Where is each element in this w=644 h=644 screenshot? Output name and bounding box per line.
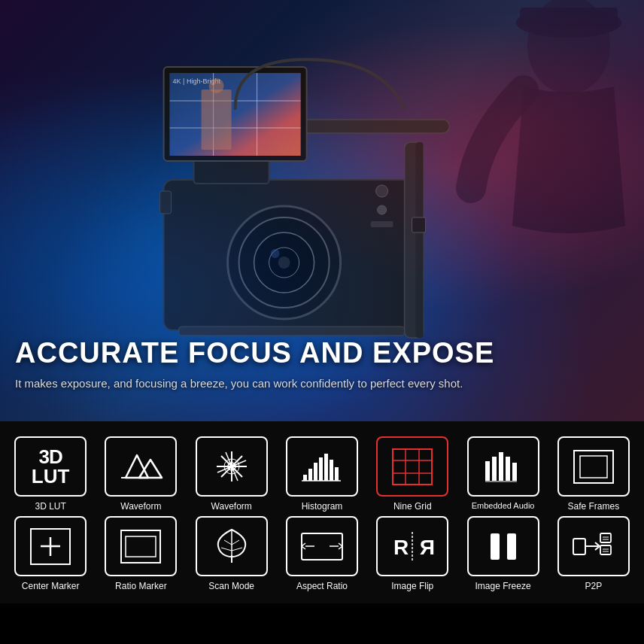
feature-item-nine-grid: Nine Grid xyxy=(369,436,455,512)
icon-box-nine-grid xyxy=(376,436,448,497)
icon-box-center-marker xyxy=(14,516,87,576)
feature-item-p2p: P2P xyxy=(551,516,636,591)
p2p-icon xyxy=(571,526,616,567)
feature-label-p2p: P2P xyxy=(585,581,603,591)
svg-line-72 xyxy=(221,548,232,551)
feature-item-center-marker: Center Marker xyxy=(8,516,93,591)
feature-label-3dlut: 3D LUT xyxy=(35,501,65,512)
feature-item-ratio-marker: Ratio Marker xyxy=(98,516,184,591)
feature-item-scan-mode: Scan Mode xyxy=(189,516,275,591)
svg-rect-47 xyxy=(330,460,333,481)
svg-marker-32 xyxy=(139,460,162,478)
icon-box-3dlut: 3D LUT xyxy=(14,436,87,497)
svg-point-26 xyxy=(378,205,387,214)
feature-label-scan-mode: Scan Mode xyxy=(208,581,254,591)
ratio-marker-icon xyxy=(118,526,163,567)
svg-rect-43 xyxy=(308,469,312,481)
feature-item-aspect-ratio: Aspect Ratio xyxy=(279,516,365,591)
svg-rect-55 xyxy=(485,461,490,481)
svg-rect-42 xyxy=(303,475,307,481)
svg-rect-48 xyxy=(335,467,339,481)
svg-line-73 xyxy=(232,548,242,551)
svg-rect-44 xyxy=(314,463,317,481)
feature-item-histogram: Histogram xyxy=(279,436,365,512)
icon-box-ratio-marker xyxy=(105,516,177,576)
feature-item-waveform1: Waveform xyxy=(98,436,184,512)
svg-rect-58 xyxy=(506,457,510,481)
svg-rect-84 xyxy=(600,533,611,542)
feature-item-image-freeze: Image Freeze xyxy=(460,516,545,591)
svg-rect-20 xyxy=(202,90,232,150)
waveform2-icon xyxy=(209,446,254,488)
svg-rect-62 xyxy=(580,456,607,478)
feature-item-3dlut: 3D LUT 3D LUT xyxy=(8,436,93,512)
subtext: It makes exposure, and focusing a breeze… xyxy=(15,375,466,391)
scan-mode-icon xyxy=(209,526,254,567)
icon-box-scan-mode xyxy=(196,516,268,576)
svg-rect-66 xyxy=(121,530,160,563)
svg-point-25 xyxy=(376,185,388,197)
icon-box-aspect-ratio xyxy=(286,516,358,576)
feature-item-waveform2: Waveform xyxy=(189,436,275,512)
aspect-ratio-icon xyxy=(299,526,345,567)
icon-box-image-freeze xyxy=(467,516,539,576)
svg-rect-57 xyxy=(499,452,503,481)
feature-label-aspect-ratio: Aspect Ratio xyxy=(296,581,348,591)
svg-rect-27 xyxy=(371,221,393,227)
svg-point-21 xyxy=(209,78,224,93)
icon-box-audio xyxy=(467,436,539,497)
feature-label-nine-grid: Nine Grid xyxy=(393,501,432,512)
center-marker-icon xyxy=(28,526,73,567)
svg-rect-24 xyxy=(179,327,405,336)
feature-label-waveform2: Waveform xyxy=(211,501,252,512)
svg-line-70 xyxy=(224,540,232,545)
feature-label-image-flip: Image Flip xyxy=(391,581,433,591)
image-flip-icon: R R xyxy=(390,526,435,567)
svg-rect-50 xyxy=(393,449,432,485)
nine-grid-icon xyxy=(390,446,435,488)
features-section: 3D LUT 3D LUT Waveform xyxy=(0,421,644,603)
feature-label-histogram: Histogram xyxy=(302,501,343,512)
icon-box-waveform2 xyxy=(196,436,268,497)
svg-rect-46 xyxy=(324,454,328,481)
person-silhouette xyxy=(418,0,629,361)
svg-text:R: R xyxy=(420,536,435,559)
svg-point-6 xyxy=(278,257,290,269)
feature-label-ratio-marker: Ratio Marker xyxy=(115,581,167,591)
svg-rect-45 xyxy=(319,457,323,481)
feature-label-image-freeze: Image Freeze xyxy=(475,581,531,591)
svg-rect-30 xyxy=(520,8,618,26)
svg-rect-81 xyxy=(507,533,516,560)
svg-rect-22 xyxy=(160,191,172,214)
svg-rect-60 xyxy=(485,481,517,482)
icon-box-p2p xyxy=(557,516,630,576)
svg-point-7 xyxy=(271,249,280,258)
image-freeze-icon xyxy=(481,526,526,567)
feature-label-audio: Embedded Audio xyxy=(472,501,535,510)
features-row-1: 3D LUT 3D LUT Waveform xyxy=(8,436,636,512)
icon-box-image-flip: R R xyxy=(376,516,448,576)
icon-box-waveform1 xyxy=(105,436,177,497)
feature-label-waveform1: Waveform xyxy=(120,501,161,512)
svg-line-71 xyxy=(232,540,239,545)
svg-rect-82 xyxy=(573,539,585,554)
svg-marker-31 xyxy=(126,455,148,478)
svg-rect-67 xyxy=(126,536,156,557)
feature-item-audio: Embedded Audio xyxy=(460,436,545,512)
waveform1-icon xyxy=(118,446,163,488)
3dlut-icon: 3D LUT xyxy=(32,447,70,486)
svg-rect-59 xyxy=(512,463,517,481)
audio-icon xyxy=(481,446,526,488)
feature-label-center-marker: Center Marker xyxy=(22,581,80,591)
icon-box-safe-frames xyxy=(557,436,630,497)
feature-label-safe-frames: Safe Frames xyxy=(567,501,619,512)
svg-rect-80 xyxy=(491,533,500,560)
svg-text:R: R xyxy=(393,536,409,559)
features-row-2: Center Marker Ratio Marker xyxy=(8,516,636,591)
svg-rect-85 xyxy=(600,545,611,554)
photo-section: 4K | High-Bright ACCURATE FOCUS AND EXPO… xyxy=(0,0,644,421)
headline: ACCURATE FOCUS AND EXPOSE xyxy=(15,338,629,369)
svg-rect-56 xyxy=(492,457,497,481)
safe-frames-icon xyxy=(571,446,616,488)
histogram-icon xyxy=(299,446,345,488)
